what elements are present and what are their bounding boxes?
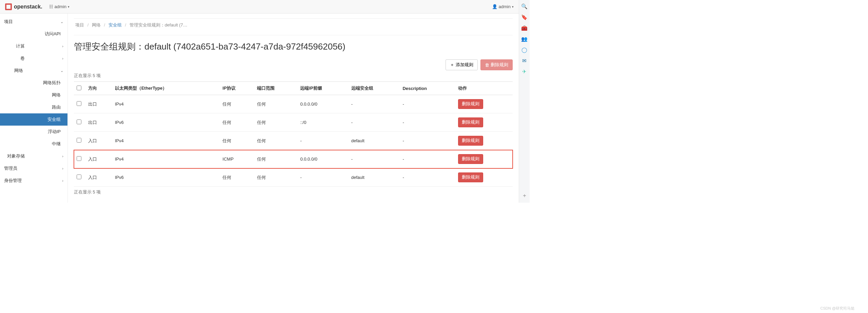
sidebar-item-network[interactable]: 网络 ⌄ <box>0 65 67 77</box>
cell-protocol: ICMP <box>220 150 254 168</box>
sidebar-item-trunks[interactable]: 中继 <box>0 138 67 150</box>
user-menu[interactable]: 👤 admin ▾ <box>492 4 514 9</box>
sidebar-item-label: 中继 <box>52 141 61 147</box>
cell-direction: 出口 <box>85 95 112 113</box>
breadcrumb-item-current: 管理安全组规则：default (7… <box>130 22 188 27</box>
delete-row-button[interactable]: 删除规则 <box>458 117 483 127</box>
topbar: openstack. ☷ admin ▾ 👤 admin ▾ <box>0 0 519 14</box>
chevron-right-icon: › <box>62 166 63 170</box>
plus-icon: ＋ <box>450 62 454 68</box>
search-icon[interactable]: 🔍 <box>521 3 528 10</box>
rules-table: 方向 以太网类型（EtherType） IP协议 端口范围 远端IP前缀 远端安… <box>74 81 513 187</box>
page-title: 管理安全组规则：default (7402a651-ba73-4247-a7da… <box>74 41 513 53</box>
send-icon[interactable]: ✈ <box>521 69 528 75</box>
sidebar-item-label: 项目 <box>4 19 13 25</box>
sidebar-item-identity[interactable]: 身份管理 › <box>0 174 67 187</box>
sidebar-item-networks[interactable]: 网络 <box>0 89 67 101</box>
sidebar-item-label: 计算 <box>16 43 25 49</box>
col-direction[interactable]: 方向 <box>85 82 112 95</box>
sidebar-item-volumes[interactable]: 卷 › <box>0 52 67 65</box>
tag-icon[interactable]: 🔖 <box>521 14 528 20</box>
cell-port-range: 任何 <box>254 168 297 187</box>
col-ethertype[interactable]: 以太网类型（EtherType） <box>112 82 220 95</box>
row-checkbox[interactable] <box>77 138 81 143</box>
cell-remote-sg: default <box>349 132 400 150</box>
sidebar-item-floating-ips[interactable]: 浮动IP <box>0 126 67 138</box>
layers-icon: ☷ <box>49 4 53 9</box>
cell-protocol: 任何 <box>220 95 254 113</box>
breadcrumb: 项目 / 网络 / 安全组 / 管理安全组规则：default (7… <box>75 22 511 28</box>
delete-row-button[interactable]: 删除规则 <box>458 154 483 164</box>
user-menu-label: admin <box>499 4 511 9</box>
cell-protocol: 任何 <box>220 132 254 150</box>
cell-direction: 入口 <box>85 132 112 150</box>
cell-remote-sg: default <box>349 168 400 187</box>
col-port-range[interactable]: 端口范围 <box>254 82 297 95</box>
chevron-right-icon: › <box>62 179 63 183</box>
col-actions: 动作 <box>455 82 513 95</box>
select-all-checkbox[interactable] <box>77 86 81 90</box>
table-row: 出口IPv6任何任何::/0--删除规则 <box>74 113 513 132</box>
chevron-down-icon: ▾ <box>68 5 70 8</box>
cell-remote-ip: - <box>297 168 348 187</box>
plus-icon[interactable]: ＋ <box>522 192 527 203</box>
cell-direction: 入口 <box>85 150 112 168</box>
mail-icon[interactable]: ✉ <box>521 58 528 64</box>
delete-rules-label: 删除规则 <box>491 62 508 68</box>
cell-ethertype: IPv4 <box>112 150 220 168</box>
col-remote-sg[interactable]: 远端安全组 <box>349 82 400 95</box>
refresh-icon[interactable]: ◯ <box>521 47 528 53</box>
project-selector[interactable]: ☷ admin ▾ <box>49 4 70 9</box>
delete-row-button[interactable]: 删除规则 <box>458 99 483 109</box>
sidebar-item-project[interactable]: 项目 ⌄ <box>0 16 67 28</box>
delete-rules-button[interactable]: 🗑 删除规则 <box>480 59 513 70</box>
user-icon: 👤 <box>492 4 497 9</box>
col-description[interactable]: Description <box>400 82 455 95</box>
sidebar-item-label: 访问API <box>45 31 61 37</box>
person-icon[interactable]: 👥 <box>521 36 528 42</box>
sidebar-item-label: 卷 <box>20 55 25 61</box>
delete-row-button[interactable]: 删除规则 <box>458 172 483 182</box>
sidebar-item-object-storage[interactable]: 对象存储 › <box>0 150 67 162</box>
cell-remote-ip: ::/0 <box>297 113 348 132</box>
sidebar-item-label: 管理员 <box>4 165 17 171</box>
brand-logo[interactable]: openstack. <box>5 3 42 10</box>
sidebar: 项目 ⌄ 访问API 计算 › 卷 › 网络 ⌄ 网络拓扑 网络 <box>0 14 68 203</box>
cell-ethertype: IPv6 <box>112 168 220 187</box>
sidebar-item-label: 网络 <box>14 68 23 74</box>
sidebar-item-topology[interactable]: 网络拓扑 <box>0 77 67 89</box>
sidebar-item-admin[interactable]: 管理员 › <box>0 162 67 174</box>
row-checkbox[interactable] <box>77 101 81 106</box>
row-checkbox[interactable] <box>77 156 81 161</box>
col-protocol[interactable]: IP协议 <box>220 82 254 95</box>
row-checkbox[interactable] <box>77 174 81 179</box>
breadcrumb-link-security-groups[interactable]: 安全组 <box>108 22 122 27</box>
brand-text: openstack. <box>14 4 42 10</box>
chevron-right-icon: › <box>62 154 63 158</box>
cell-description: - <box>400 95 455 113</box>
briefcase-icon[interactable]: 🧰 <box>521 25 528 31</box>
row-checkbox[interactable] <box>77 119 81 124</box>
sidebar-item-compute[interactable]: 计算 › <box>0 40 67 52</box>
sidebar-item-access-api[interactable]: 访问API <box>0 28 67 40</box>
main-content: 项目 / 网络 / 安全组 / 管理安全组规则：default (7… 管理安全… <box>68 14 519 203</box>
sidebar-item-routers[interactable]: 路由 <box>0 101 67 113</box>
table-row: 入口IPv6任何任何-default-删除规则 <box>74 168 513 187</box>
breadcrumb-item: 项目 <box>75 22 84 27</box>
cell-remote-ip: - <box>297 132 348 150</box>
sidebar-item-label: 路由 <box>52 104 61 110</box>
table-row: 入口IPv4任何任何-default-删除规则 <box>74 132 513 150</box>
cell-remote-ip: 0.0.0.0/0 <box>297 95 348 113</box>
delete-row-button[interactable]: 删除规则 <box>458 136 483 146</box>
cell-description: - <box>400 113 455 132</box>
cell-port-range: 任何 <box>254 95 297 113</box>
cell-remote-sg: - <box>349 113 400 132</box>
sidebar-item-label: 浮动IP <box>48 129 61 135</box>
sidebar-item-security-groups[interactable]: 安全组 <box>0 113 67 126</box>
add-rule-button[interactable]: ＋ 添加规则 <box>446 59 478 70</box>
sidebar-item-label: 网络 <box>52 92 61 98</box>
col-remote-ip[interactable]: 远端IP前缀 <box>297 82 348 95</box>
row-count-bottom: 正在显示 5 项 <box>74 189 513 195</box>
cell-remote-sg: - <box>349 95 400 113</box>
cell-remote-sg: - <box>349 150 400 168</box>
